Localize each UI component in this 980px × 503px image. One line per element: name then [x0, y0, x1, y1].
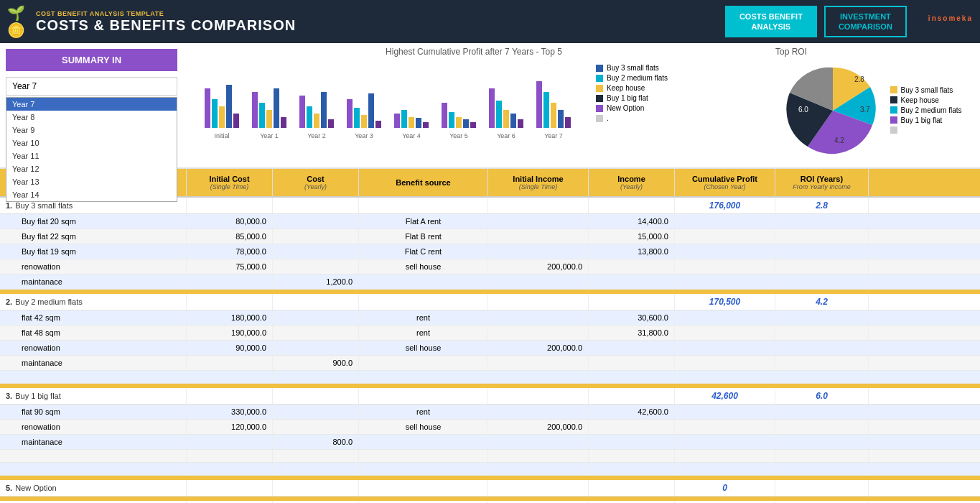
someka-superscript: in: [928, 14, 938, 22]
section-row-2: 2. Buy 2 medium flats 170,500 4.2: [0, 294, 980, 310]
summary-panel: SUMMARY IN Year 7 Year 8 Year 9 Year 10 …: [0, 43, 183, 167]
row-2-4-cum: [675, 356, 775, 370]
section-3-name: Buy 1 big flat: [15, 392, 61, 400]
bar-y7-dp: [565, 117, 571, 128]
bar-y7-purple: [536, 81, 542, 128]
row-1-3-income: 13,800.0: [589, 244, 675, 259]
section-3-empty-1: [187, 388, 273, 404]
row-2-3-init-income: 200,000.0: [488, 341, 589, 355]
row-2-1-roi: [775, 310, 869, 325]
th-cost: Cost (Yearly): [273, 169, 359, 196]
bar-y5-navy: [463, 119, 469, 128]
bar-y7-yellow: [551, 103, 556, 128]
section-2-empty-1: [187, 294, 273, 310]
dropdown-item-year11[interactable]: Year 11: [6, 149, 177, 162]
bar-y2-navy: [321, 92, 327, 128]
row-1-5-init-income: [488, 274, 589, 289]
bar-initial-dp: [233, 114, 239, 128]
bar-label-y1: Year 1: [260, 132, 279, 139]
legend-item-2: Buy 2 medium flats: [596, 74, 668, 82]
th-income-label: Income: [617, 175, 645, 183]
row-2-1-init-cost: 180,000.0: [187, 310, 273, 325]
dropdown-item-year13[interactable]: Year 13: [6, 175, 177, 188]
pie-legend-dot-3: [890, 106, 897, 114]
row-1-2-cost: [273, 229, 359, 244]
row-3-2-income: [589, 420, 675, 434]
dropdown-item-year8[interactable]: Year 8: [6, 111, 177, 124]
row-2-4-income: [589, 356, 675, 370]
costs-benefit-btn[interactable]: COSTS BENEFITANALYSIS: [725, 6, 817, 38]
row-3-1-init-cost: 330,000.0: [187, 405, 273, 419]
section-2-empty-5: [589, 294, 675, 310]
row-1-4-init-cost: 75,000.0: [187, 259, 273, 274]
row-1-1-cost: [273, 214, 359, 229]
row-3-1-benefit: rent: [359, 405, 488, 419]
section-row-5: 5. New Option 0: [0, 480, 980, 497]
row-1-4-benefit: sell house: [359, 259, 488, 274]
row-3-1-roi: [775, 405, 869, 419]
year-dropdown-wrapper: Year 7 Year 8 Year 9 Year 10 Year 11 Yea…: [6, 77, 177, 96]
bar-label-initial: Initial: [214, 132, 229, 139]
row-3-3-cum: [675, 435, 775, 449]
bar-y7-navy: [558, 110, 564, 128]
pie-legend-label-1: Buy 3 small flats: [900, 86, 953, 94]
year-dropdown[interactable]: Year 7 Year 8 Year 9 Year 10 Year 11 Yea…: [6, 77, 177, 96]
row-1-3-init-income: [488, 244, 589, 259]
pie-area: Top ROI 2.8 3.7 4.2: [765, 43, 980, 167]
th-initial-income-label: Initial Income: [513, 175, 563, 183]
row-3-3-benefit: [359, 435, 488, 449]
table-row-empty-3b: [0, 463, 980, 476]
section-2-empty-3: [359, 294, 488, 310]
row-2-3-investment: renowation: [0, 341, 187, 355]
row-1-3-cost: [273, 244, 359, 259]
row-1-2-roi: [775, 229, 869, 244]
row-1-1-income: 14,400.0: [589, 214, 675, 229]
section-3-cumulative: 42,600: [675, 388, 775, 404]
row-3-2-cum: [675, 420, 775, 434]
investment-comparison-btn[interactable]: INVESTMENTCOMPARISON: [824, 6, 907, 38]
section-5-label: 5. New Option: [0, 480, 187, 496]
bar-y6-navy: [510, 114, 516, 128]
legend-item-4: Buy 1 big flat: [596, 94, 668, 102]
section-2-empty-2: [273, 294, 359, 310]
pie-legend-item-2: Keep house: [890, 96, 961, 104]
row-2-4-benefit: [359, 356, 488, 370]
row-1-5-investment: maintanace: [0, 274, 187, 289]
section-5-roi: [775, 480, 869, 496]
row-3-3-roi: [775, 435, 869, 449]
section-1-empty-initial-income: [488, 198, 589, 213]
row-3-3-investment: maintanace: [0, 435, 187, 449]
dropdown-item-year9[interactable]: Year 9: [6, 124, 177, 137]
section-3-empty-3: [359, 388, 488, 404]
th-roi-sub: From Yearly Income: [793, 183, 850, 190]
table-row: flat 90 sqm 330,000.0 rent 42,600.0: [0, 405, 980, 420]
bar-y2-yellow: [314, 114, 319, 128]
section-1-empty-cost: [187, 198, 273, 213]
dropdown-item-year14[interactable]: Year 14: [6, 188, 177, 201]
section-1-roi: 2.8: [775, 198, 869, 213]
bar-y5-purple: [442, 103, 447, 128]
section-1-cumulative-val: 176,000: [709, 200, 740, 211]
chart-area: SUMMARY IN Year 7 Year 8 Year 9 Year 10 …: [0, 43, 980, 169]
row-1-5-benefit: [359, 274, 488, 289]
bar-y4-yellow: [409, 117, 414, 128]
dropdown-item-year10[interactable]: Year 10: [6, 137, 177, 149]
bar-initial-navy: [226, 85, 232, 128]
row-2-4-init-income: [488, 356, 589, 370]
row-1-3-roi: [775, 244, 869, 259]
bar-y4-dp: [423, 122, 429, 128]
section-2-roi-val: 4.2: [816, 297, 828, 307]
section-1-cumulative: 176,000: [675, 198, 775, 213]
section-3-label: 3. Buy 1 big flat: [0, 388, 187, 404]
row-3-2-investment: renowation: [0, 420, 187, 434]
legend-dot-5: [596, 105, 603, 112]
dropdown-item-year12[interactable]: Year 12: [6, 162, 177, 175]
pie-chart-svg: 2.8 3.7 4.2 6.0: [783, 60, 883, 161]
someka-logo: insomeka: [928, 10, 973, 33]
pie-legend-dot-1: [890, 86, 897, 93]
legend-item-1: Buy 3 small flats: [596, 64, 668, 72]
header-nav: COSTS BENEFITANALYSIS INVESTMENTCOMPARIS…: [725, 6, 907, 38]
th-cost-sub: (Yearly): [304, 183, 327, 190]
dropdown-item-year7[interactable]: Year 7: [6, 98, 177, 111]
header-title-block: COST BENEFIT ANALYSIS TEMPLATE COSTS & B…: [36, 10, 296, 34]
